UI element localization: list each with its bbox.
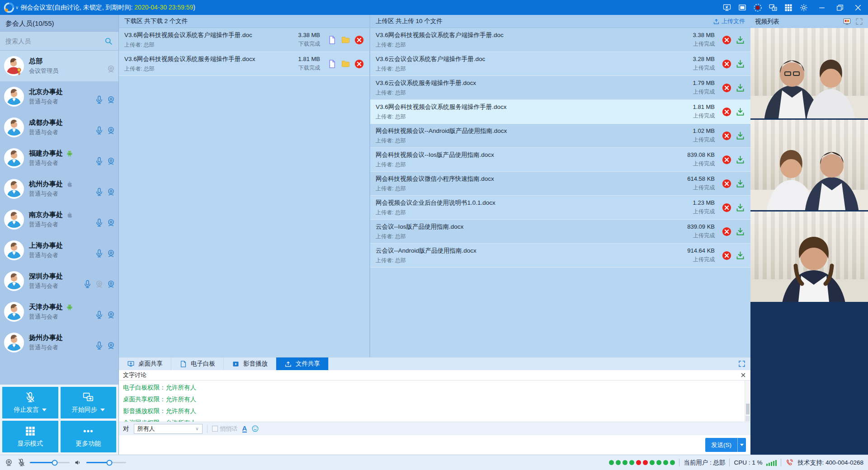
search-icon[interactable]	[104, 37, 113, 46]
camera-icon[interactable]	[106, 187, 116, 197]
minimize-icon[interactable]	[817, 3, 826, 12]
sync-screens-icon[interactable]	[769, 3, 778, 12]
video-thumbnail[interactable]	[750, 120, 868, 210]
mic-icon[interactable]	[94, 249, 104, 258]
upload-file-row[interactable]: 云会议--Ios版产品使用指南.docx 上传者: 总部 839.09 KB 上…	[370, 220, 750, 244]
tab-media-play[interactable]: 影音播放	[224, 357, 276, 370]
speaker-volume-slider[interactable]	[86, 462, 126, 463]
mic-icon[interactable]	[94, 126, 104, 135]
delete-icon[interactable]	[722, 227, 731, 236]
delete-icon[interactable]	[722, 59, 731, 69]
tab-file-share[interactable]: 文件共享	[276, 357, 329, 370]
search-input[interactable]	[5, 38, 104, 45]
delete-icon[interactable]	[354, 59, 364, 69]
close-icon[interactable]	[854, 3, 863, 12]
participant-row[interactable]: 福建办事处 普通与会者	[0, 143, 118, 174]
download-icon[interactable]	[736, 251, 745, 260]
document-icon[interactable]	[327, 35, 337, 45]
camera-icon[interactable]	[106, 126, 116, 135]
delete-icon[interactable]	[722, 179, 731, 188]
document-icon[interactable]	[327, 59, 337, 69]
grid-icon[interactable]	[784, 3, 793, 12]
camera-icon[interactable]	[106, 156, 116, 166]
camera-grey-icon[interactable]	[106, 64, 116, 74]
download-icon[interactable]	[736, 131, 745, 141]
font-button[interactable]: A	[242, 425, 247, 432]
upload-file-row[interactable]: V3.6网会科技视频会议系统服务端操作手册.docx 上传者: 总部 1.81 …	[370, 100, 750, 124]
mic-icon[interactable]	[83, 279, 92, 289]
upload-file-row[interactable]: 网会科技视频会议微信小程序快速指南.docx 上传者: 总部 614.58 KB…	[370, 172, 750, 196]
camera-grey-icon[interactable]	[94, 279, 104, 289]
download-file-row[interactable]: V3.6网会科技视频会议系统服务端操作手册.docx 上传者: 总部 1.81 …	[119, 52, 369, 76]
participant-row[interactable]: 北京办事处 普通与会者	[0, 81, 118, 112]
whisper-checkbox[interactable]	[212, 426, 218, 432]
download-icon[interactable]	[736, 203, 745, 212]
close-icon[interactable]	[740, 372, 746, 378]
emoji-icon[interactable]	[251, 425, 259, 432]
display-mode-button[interactable]: 显示模式	[2, 421, 58, 452]
participant-row[interactable]: 扬州办事处 普通与会者	[0, 327, 118, 358]
chat-scrollbar[interactable]	[745, 381, 750, 422]
mic-icon[interactable]	[94, 341, 104, 350]
upload-file-row[interactable]: 云会议--Android版产品使用指南.docx 上传者: 总部 914.64 …	[370, 244, 750, 268]
download-icon[interactable]	[736, 35, 745, 45]
dropdown-caret-icon[interactable]	[100, 409, 105, 411]
delete-icon[interactable]	[722, 131, 731, 141]
expand-icon[interactable]	[738, 360, 746, 368]
mic-icon[interactable]	[94, 218, 104, 227]
mic-icon[interactable]	[94, 156, 104, 166]
participant-row[interactable]: 上海办事处 普通与会者	[0, 235, 118, 266]
send-dropdown[interactable]	[737, 438, 746, 452]
stop-speaking-button[interactable]: 停止发言	[2, 387, 58, 418]
upload-file-row[interactable]: 网会视频会议企业后台使用说明书1.0.1.docx 上传者: 总部 1.23 M…	[370, 196, 750, 220]
delete-icon[interactable]	[722, 107, 731, 117]
delete-icon[interactable]	[722, 155, 731, 164]
participant-row[interactable]: 天津办事处 普通与会者	[0, 296, 118, 327]
upload-file-button[interactable]: 上传文件	[713, 17, 745, 25]
fullscreen-icon[interactable]	[738, 3, 747, 12]
send-button[interactable]: 发送(S)	[705, 438, 746, 452]
maximize-icon[interactable]	[835, 3, 844, 12]
download-icon[interactable]	[736, 107, 745, 117]
camera-icon[interactable]	[106, 95, 116, 104]
video-thumbnail[interactable]	[750, 212, 868, 302]
download-icon[interactable]	[736, 83, 745, 93]
participant-row[interactable]: 成都办事处 普通与会者	[0, 112, 118, 143]
dropdown-caret-icon[interactable]	[42, 409, 47, 411]
record-icon[interactable]	[753, 3, 762, 12]
open-folder-icon[interactable]	[341, 59, 350, 69]
upload-file-row[interactable]: 网会科技视频会议--Android版产品使用指南.docx 上传者: 总部 1.…	[370, 124, 750, 148]
participant-row[interactable]: 杭州办事处 普通与会者	[0, 174, 118, 204]
upload-file-row[interactable]: V3.6云会议会议系统客户端操作手册.doc 上传者: 总部 3.28 MB 上…	[370, 52, 750, 76]
mic-volume-slider[interactable]	[30, 462, 70, 463]
scroll-down-button[interactable]	[745, 416, 750, 421]
tab-desktop-share[interactable]: 桌面共享	[119, 357, 171, 370]
speaker-icon[interactable]	[74, 458, 82, 467]
menu-caret-icon[interactable]: ∨	[15, 5, 19, 10]
delete-icon[interactable]	[722, 251, 731, 260]
video-expand-icon[interactable]	[855, 17, 863, 26]
delete-icon[interactable]	[722, 203, 731, 212]
camera-icon[interactable]	[106, 218, 116, 227]
delete-icon[interactable]	[722, 35, 731, 45]
upload-file-row[interactable]: 网会科技视频会议--Ios版产品使用指南.docx 上传者: 总部 839.08…	[370, 148, 750, 172]
upload-file-row[interactable]: V3.6网会科技视频会议系统客户端操作手册.doc 上传者: 总部 3.38 M…	[370, 28, 750, 52]
start-sync-button[interactable]: 开始同步	[61, 387, 117, 418]
camera-icon[interactable]	[106, 341, 116, 350]
video-layout-icon[interactable]	[843, 17, 851, 26]
download-icon[interactable]	[736, 155, 745, 164]
participant-row[interactable]: 深圳办事处 普通与会者	[0, 266, 118, 296]
download-file-row[interactable]: V3.6网会科技视频会议系统客户端操作手册.doc 上传者: 总部 3.38 M…	[119, 28, 369, 52]
mic-icon[interactable]	[94, 95, 104, 104]
chat-input-area[interactable]: 发送(S)	[119, 435, 750, 455]
download-icon[interactable]	[736, 59, 745, 69]
upload-file-row[interactable]: V3.6云会议系统服务端操作手册.docx 上传者: 总部 1.79 MB 上传…	[370, 76, 750, 100]
settings-icon[interactable]	[799, 3, 808, 12]
participant-row[interactable]: 总部 会议管理员	[0, 51, 118, 81]
download-icon[interactable]	[736, 227, 745, 236]
camera-icon[interactable]	[106, 249, 116, 258]
recipient-select[interactable]: 所有人 ∨	[134, 424, 203, 434]
camera-icon[interactable]	[106, 279, 116, 289]
screen-share-icon[interactable]	[722, 3, 731, 12]
video-thumbnail[interactable]	[750, 28, 868, 118]
